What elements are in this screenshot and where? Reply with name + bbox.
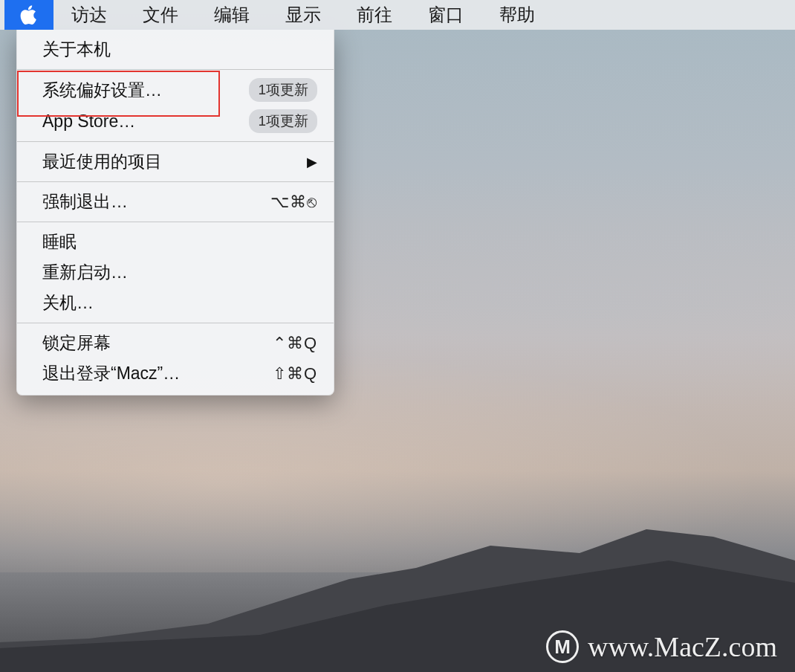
mountain-silhouette bbox=[0, 494, 795, 672]
apple-logo-icon bbox=[20, 4, 38, 25]
menuitem-logout[interactable]: 退出登录“Macz”… ⇧⌘Q bbox=[17, 358, 334, 389]
menuitem-label: 关于本机 bbox=[42, 38, 111, 61]
watermark-logo-icon: M bbox=[546, 630, 579, 663]
watermark: M www.MacZ.com bbox=[546, 630, 777, 663]
menuitem-system-preferences[interactable]: 系统偏好设置… 1项更新 bbox=[17, 74, 334, 106]
update-badge: 1项更新 bbox=[249, 109, 317, 133]
menuitem-label: 锁定屏幕 bbox=[42, 332, 111, 355]
menu-separator bbox=[17, 323, 334, 323]
keyboard-shortcut: ⇧⌘Q bbox=[273, 364, 317, 384]
apple-menu-dropdown: 关于本机 系统偏好设置… 1项更新 App Store… 1项更新 最近使用的项… bbox=[16, 30, 334, 395]
menuitem-label: 系统偏好设置… bbox=[42, 79, 162, 102]
menuitem-shutdown[interactable]: 关机… bbox=[17, 288, 334, 318]
menuitem-label: App Store… bbox=[42, 112, 135, 132]
menuitem-label: 重新启动… bbox=[42, 261, 128, 284]
menubar-item-window[interactable]: 窗口 bbox=[410, 0, 481, 30]
menuitem-label: 强制退出… bbox=[42, 190, 128, 213]
menuitem-sleep[interactable]: 睡眠 bbox=[17, 227, 334, 257]
apple-menu-button[interactable] bbox=[4, 0, 53, 30]
menuitem-app-store[interactable]: App Store… 1项更新 bbox=[17, 106, 334, 137]
menuitem-lock-screen[interactable]: 锁定屏幕 ⌃⌘Q bbox=[17, 328, 334, 358]
menuitem-label: 最近使用的项目 bbox=[42, 150, 162, 173]
submenu-arrow-icon: ▶ bbox=[307, 154, 317, 170]
menuitem-recent-items[interactable]: 最近使用的项目 ▶ bbox=[17, 146, 334, 177]
desktop-background: 访达 文件 编辑 显示 前往 窗口 帮助 关于本机 系统偏好设置… 1项更新 A… bbox=[0, 0, 795, 672]
menuitem-restart[interactable]: 重新启动… bbox=[17, 257, 334, 288]
menu-separator bbox=[17, 222, 334, 222]
menubar-item-edit[interactable]: 编辑 bbox=[196, 0, 267, 30]
update-badge: 1项更新 bbox=[249, 78, 317, 102]
menubar-item-help[interactable]: 帮助 bbox=[481, 0, 553, 30]
menubar: 访达 文件 编辑 显示 前往 窗口 帮助 bbox=[0, 0, 795, 30]
menuitem-label: 关机… bbox=[42, 291, 94, 314]
watermark-text: www.MacZ.com bbox=[588, 630, 777, 663]
menubar-item-file[interactable]: 文件 bbox=[125, 0, 196, 30]
menu-separator bbox=[17, 69, 334, 70]
menubar-item-view[interactable]: 显示 bbox=[267, 0, 339, 30]
keyboard-shortcut: ⌃⌘Q bbox=[273, 334, 317, 353]
menuitem-label: 睡眠 bbox=[42, 230, 77, 253]
menu-separator bbox=[17, 141, 334, 142]
menu-separator bbox=[17, 181, 334, 182]
menuitem-force-quit[interactable]: 强制退出… ⌥⌘⎋ bbox=[17, 187, 334, 217]
menubar-item-finder[interactable]: 访达 bbox=[53, 0, 125, 30]
menuitem-label: 退出登录“Macz”… bbox=[42, 362, 180, 385]
keyboard-shortcut: ⌥⌘⎋ bbox=[270, 193, 317, 212]
menuitem-about-this-mac[interactable]: 关于本机 bbox=[17, 34, 334, 65]
menubar-item-go[interactable]: 前往 bbox=[339, 0, 410, 30]
